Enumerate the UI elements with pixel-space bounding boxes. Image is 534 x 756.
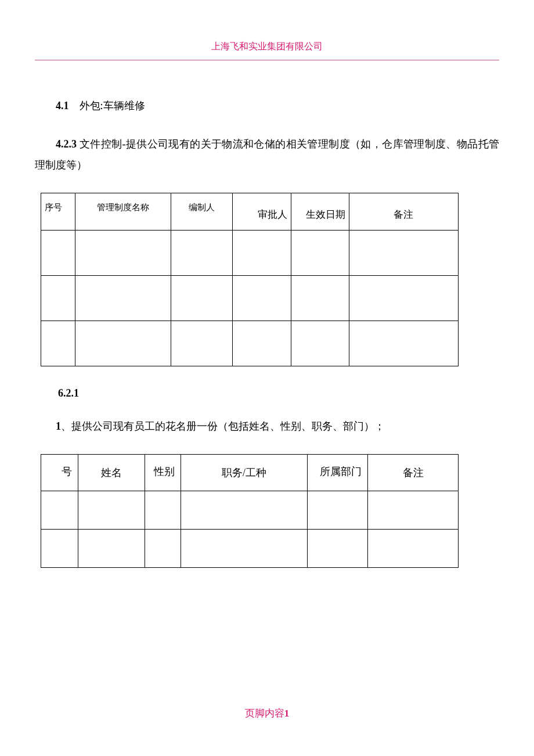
th-seq: 序号 <box>41 193 75 231</box>
section-4-1: 4.1 外包:车辆维修 <box>35 95 499 116</box>
section-6-2-1: 6.2.1 <box>58 387 499 399</box>
table-row <box>41 276 459 321</box>
th-gender: 性别 <box>145 455 181 491</box>
section-4-1-label: 外包: <box>80 100 103 111</box>
th-name: 姓名 <box>78 455 145 491</box>
th-remark: 备注 <box>349 193 458 231</box>
page-header: 上海飞和实业集团有限公司 <box>35 41 499 60</box>
th-remark: 备注 <box>368 455 459 491</box>
roster-text: 、提供公司现有员工的花名册一份（包括姓名、性别、职务、部门）； <box>61 420 385 432</box>
th-effective-date: 生效日期 <box>291 193 349 231</box>
table-row <box>41 231 459 276</box>
th-editor: 编制人 <box>171 193 233 231</box>
company-name: 上海飞和实业集团有限公司 <box>211 41 323 51</box>
th-seq: 号 <box>41 455 78 491</box>
th-department: 所属部门 <box>308 455 368 491</box>
page-footer: 页脚内容1 <box>0 707 534 720</box>
section-4-1-num: 4.1 <box>56 100 69 111</box>
th-position: 职务/工种 <box>181 455 308 491</box>
footer-page-number: 1 <box>284 708 290 719</box>
footer-text: 页脚内容 <box>245 708 284 719</box>
th-approver: 审批人 <box>233 193 291 231</box>
table-row <box>41 321 459 366</box>
table-row <box>41 529 459 567</box>
roster-paragraph: 1、提供公司现有员工的花名册一份（包括姓名、性别、职务、部门）； <box>35 416 499 437</box>
table-header-row: 号 姓名 性别 职务/工种 所属部门 备注 <box>41 455 459 491</box>
section-4-2-3-num: 4.2.3 <box>56 138 77 150</box>
management-system-table: 序号 管理制度名称 编制人 审批人 生效日期 备注 <box>41 193 459 366</box>
section-4-1-sep <box>69 100 80 111</box>
table-row <box>41 491 459 529</box>
roster-num: 1 <box>56 420 61 432</box>
section-4-2-3: 4.2.3 文件控制-提供公司现有的关于物流和仓储的相关管理制度（如，仓库管理制… <box>35 134 499 175</box>
section-4-1-text: 车辆维修 <box>103 100 145 111</box>
section-4-2-3-label: 文件控制- <box>77 138 125 150</box>
table-header-row: 序号 管理制度名称 编制人 审批人 生效日期 备注 <box>41 193 459 231</box>
th-name: 管理制度名称 <box>75 193 171 231</box>
employee-roster-table: 号 姓名 性别 职务/工种 所属部门 备注 <box>41 454 459 567</box>
